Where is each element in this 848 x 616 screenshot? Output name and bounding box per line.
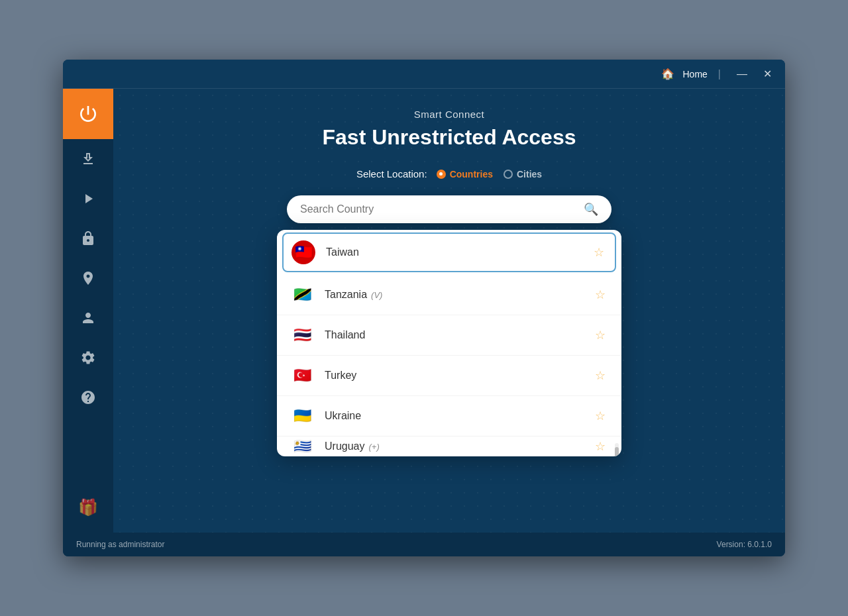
flag-turkey — [290, 364, 314, 387]
country-list-item[interactable]: Tanzania(V)☆ — [277, 275, 621, 315]
scrollbar-thumb[interactable] — [615, 447, 619, 456]
status-left: Running as administrator — [76, 540, 164, 549]
country-list-item[interactable]: Thailand☆ — [277, 315, 621, 356]
sidebar-item-lock[interactable] — [63, 219, 113, 258]
home-label: Home — [682, 69, 707, 79]
help-icon — [80, 389, 96, 405]
country-name: Turkey — [325, 370, 592, 382]
ip-icon — [80, 270, 96, 286]
country-name: Taiwan — [326, 246, 591, 258]
search-icon: 🔍 — [584, 202, 598, 217]
scrollbar-track — [615, 443, 619, 450]
country-badge: (+) — [368, 442, 379, 452]
gift-icon: 🎁 — [78, 498, 98, 517]
main-layout: 🎁 Smart Connect Fast Unrestricted Access… — [63, 89, 785, 533]
close-button[interactable]: ✕ — [758, 65, 777, 83]
flag-uruguay — [290, 436, 314, 456]
status-bar: Running as administrator Version: 6.0.1.… — [63, 533, 785, 556]
search-input[interactable] — [300, 203, 577, 215]
app-window: 🏠 Home | — ✕ — [63, 60, 785, 556]
radio-dot-cities — [504, 170, 513, 179]
flag-thailand — [290, 323, 314, 347]
radio-label-cities: Cities — [517, 169, 542, 180]
select-location: Select Location: Countries Cities — [356, 168, 542, 180]
country-name: Thailand — [325, 329, 592, 341]
home-icon: 🏠 — [661, 68, 674, 80]
sidebar: 🎁 — [63, 89, 113, 533]
headline: Fast Unrestricted Access — [323, 125, 576, 150]
sidebar-item-user[interactable] — [63, 298, 113, 338]
dropdown-container: 🔍 Taiwan☆Tanzania(V)☆Thailand☆Turkey☆Ukr… — [287, 195, 611, 223]
sidebar-item-play[interactable] — [63, 179, 113, 219]
radio-dot-countries — [437, 170, 446, 179]
radio-cities[interactable]: Cities — [504, 169, 542, 180]
settings-icon — [80, 350, 96, 366]
download-icon — [80, 151, 96, 167]
title-bar-divider: | — [718, 68, 721, 80]
favorite-button[interactable]: ☆ — [592, 325, 608, 345]
power-button[interactable] — [63, 89, 113, 139]
country-list-item[interactable]: Ukraine☆ — [277, 396, 621, 436]
radio-label-countries: Countries — [450, 169, 493, 180]
flag-taiwan — [292, 240, 315, 264]
title-bar-nav: 🏠 Home | — ✕ — [661, 65, 777, 83]
sidebar-item-download[interactable] — [63, 139, 113, 179]
flag-ukraine — [290, 404, 314, 428]
status-right: Version: 6.0.1.0 — [717, 540, 772, 549]
favorite-button[interactable]: ☆ — [592, 436, 608, 456]
country-badge: (V) — [371, 290, 382, 300]
dropdown-list: Taiwan☆Tanzania(V)☆Thailand☆Turkey☆Ukrai… — [277, 230, 621, 456]
sidebar-item-settings[interactable] — [63, 338, 113, 378]
favorite-button[interactable]: ☆ — [592, 406, 608, 426]
play-icon — [80, 191, 96, 207]
radio-countries[interactable]: Countries — [437, 169, 493, 180]
sidebar-item-help[interactable] — [63, 378, 113, 417]
sidebar-item-ip[interactable] — [63, 258, 113, 298]
user-icon — [80, 310, 96, 326]
country-name: Ukraine — [325, 410, 592, 422]
favorite-button[interactable]: ☆ — [591, 242, 607, 262]
radio-group: Countries Cities — [437, 169, 542, 180]
power-icon — [78, 103, 99, 125]
country-list-item[interactable]: Uruguay(+)☆ — [277, 436, 621, 456]
lock-icon — [80, 231, 96, 246]
country-name: Tanzania(V) — [325, 289, 592, 301]
favorite-button[interactable]: ☆ — [592, 366, 608, 385]
country-list-item[interactable]: Taiwan☆ — [282, 232, 616, 272]
country-list-item[interactable]: Turkey☆ — [277, 356, 621, 396]
smart-connect-label: Smart Connect — [414, 109, 485, 120]
title-bar: 🏠 Home | — ✕ — [63, 60, 785, 89]
favorite-button[interactable]: ☆ — [592, 285, 608, 305]
select-location-label: Select Location: — [356, 168, 427, 180]
main-content: Smart Connect Fast Unrestricted Access S… — [113, 89, 785, 533]
sidebar-item-gift[interactable]: 🎁 — [63, 488, 113, 527]
flag-tanzania — [290, 283, 314, 307]
country-name: Uruguay(+) — [325, 440, 592, 452]
minimize-button[interactable]: — — [731, 66, 753, 83]
search-bar: 🔍 — [287, 195, 611, 223]
